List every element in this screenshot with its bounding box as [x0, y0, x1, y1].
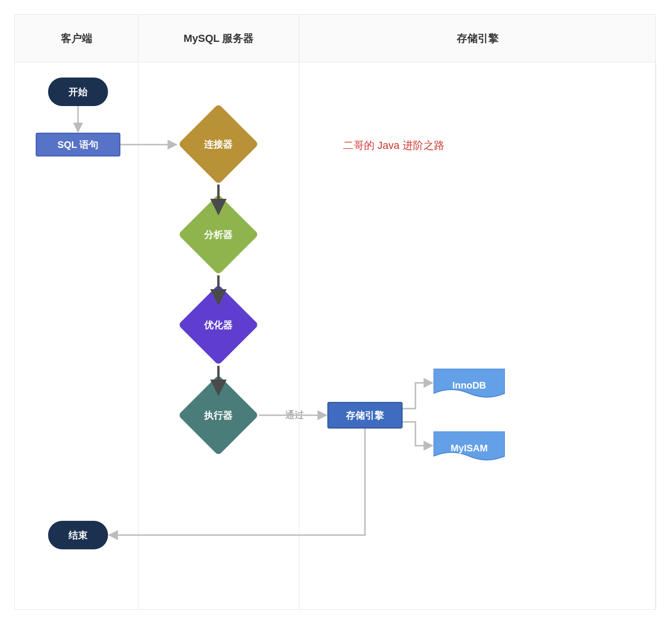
lane-header-engine: 存储引擎: [299, 15, 656, 62]
lane-headers: 客户端 MySQL 服务器 存储引擎: [15, 15, 655, 62]
watermark-note: 二哥的 Java 进阶之路: [343, 138, 444, 153]
mysql-architecture-diagram: 客户端 MySQL 服务器 存储引擎 开始 SQL 语句 连接器 分析器 优化器…: [14, 14, 656, 610]
node-sql: SQL 语句: [36, 133, 120, 156]
node-innodb: InnoDB: [434, 369, 505, 402]
edge-label-through: 通过: [285, 409, 304, 421]
diagram-body: 开始 SQL 语句 连接器 分析器 优化器 执行器 存储引擎 InnoDB: [15, 62, 655, 609]
lane-header-server: MySQL 服务器: [138, 15, 299, 62]
node-start: 开始: [48, 78, 108, 106]
node-end: 结束: [48, 521, 108, 549]
node-storage: 存储引擎: [327, 402, 403, 429]
node-myisam: MyISAM: [434, 431, 505, 465]
lane-header-client: 客户端: [15, 15, 138, 62]
